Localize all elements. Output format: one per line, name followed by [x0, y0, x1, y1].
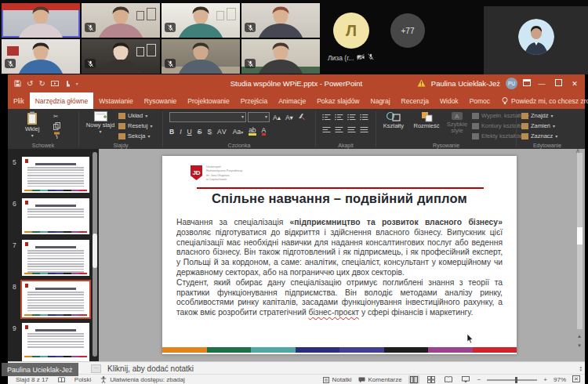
slide-thumbnail[interactable]	[22, 157, 89, 193]
new-slide-button[interactable]: Nowy slajd ▾	[85, 111, 115, 135]
ribbon-tab-plik[interactable]: Plik	[8, 92, 30, 109]
zoom-slider[interactable]	[487, 379, 537, 381]
arrange-button[interactable]: Rozmieść	[411, 111, 442, 129]
slide-thumbnail-row[interactable]: 6	[8, 198, 99, 237]
paste-dropdown-icon[interactable]: ▾	[31, 133, 34, 139]
slide-thumbnail-row[interactable]: 5	[8, 157, 99, 196]
change-case-button[interactable]: Aa▾	[233, 128, 243, 136]
char-spacing-button[interactable]: AV	[217, 128, 227, 136]
align-icon-1[interactable]	[335, 126, 343, 135]
ribbon-tab-recenzja[interactable]: Recenzja	[396, 92, 434, 109]
ribbon-display-options-icon[interactable]	[523, 79, 531, 88]
slideshow-view-button[interactable]	[460, 375, 471, 384]
highlight-color-button[interactable]: ab	[249, 127, 256, 136]
shrink-font-button[interactable]: A▾	[285, 114, 293, 121]
video-tile[interactable]	[82, 39, 160, 74]
zoom-level[interactable]: 97%	[554, 376, 566, 383]
slide-thumbnail-row[interactable]: 9	[8, 323, 99, 361]
normal-view-button[interactable]	[408, 375, 419, 384]
video-tile[interactable]	[241, 39, 320, 74]
account-name[interactable]: Paulina Ucieklak-Jeż	[431, 79, 500, 88]
comments-toggle[interactable]: Komentarze	[358, 376, 402, 383]
font-name-combo[interactable]: ▾	[169, 112, 246, 122]
grow-font-button[interactable]: A▴	[273, 114, 281, 121]
warning-icon[interactable]	[417, 79, 426, 89]
slide-thumbnail[interactable]	[22, 281, 89, 317]
notes-toggle[interactable]: Notatki	[323, 376, 352, 383]
notes-placeholder[interactable]: Kliknij, aby dodać notatki	[107, 364, 194, 373]
notes-splitter[interactable]: ⋯	[91, 364, 101, 373]
italic-button[interactable]: I	[180, 128, 181, 136]
ribbon-tab-rysowanie[interactable]: Rysowanie	[139, 92, 183, 109]
slides-option-1[interactable]: Resetuj▾	[118, 122, 152, 129]
previous-slide-button[interactable]: ▴	[575, 333, 584, 339]
minimize-button[interactable]: —	[536, 80, 547, 88]
undo-icon[interactable]: ↺	[27, 79, 33, 88]
editing-option-1[interactable]: Zamień▾	[521, 122, 557, 129]
align-icon-2[interactable]	[347, 126, 356, 135]
cut-button[interactable]: ✂	[53, 113, 58, 120]
bold-button[interactable]: B	[169, 128, 174, 136]
start-slideshow-icon[interactable]	[51, 81, 59, 87]
accessibility-status[interactable]: Ułatwienia dostępu: zbadaj	[100, 376, 185, 383]
slides-option-2[interactable]: Sekcja▾	[118, 132, 152, 139]
close-button[interactable]: ✕	[569, 80, 580, 88]
reading-view-button[interactable]	[443, 375, 454, 384]
account-avatar[interactable]: PU	[506, 78, 517, 89]
list-indent-icon-0[interactable]	[322, 114, 331, 122]
copy-button[interactable]	[53, 122, 60, 130]
language-status[interactable]: Polski	[74, 376, 91, 383]
ribbon-tab-projektowanie[interactable]: Projektowanie	[182, 92, 234, 109]
slide-thumbnail[interactable]	[22, 240, 89, 276]
zoom-out-button[interactable]: −	[477, 376, 481, 383]
list-indent-icon-3[interactable]	[360, 114, 368, 122]
slide-thumbnail-row[interactable]: 7	[8, 240, 99, 279]
editor-scrollbar-thumb[interactable]	[577, 227, 583, 245]
shapes-button[interactable]: Kształty	[379, 111, 408, 129]
ribbon-tab-przejścia[interactable]: Przejścia	[235, 92, 273, 109]
list-indent-icon-2[interactable]	[347, 114, 356, 122]
align-icon-0[interactable]	[322, 126, 331, 135]
panel-scrollbar-thumb[interactable]	[93, 234, 97, 268]
spellcheck-status[interactable]	[58, 377, 65, 383]
video-tile[interactable]	[162, 3, 240, 38]
strikethrough-button[interactable]: S	[198, 128, 202, 136]
slides-option-0[interactable]: Układ▾	[118, 112, 152, 119]
video-tile[interactable]	[2, 3, 80, 38]
quick-styles-button[interactable]: A Szybkie style	[444, 111, 470, 135]
tell-me-box[interactable]: Powiedz mi, co chcesz zrobić	[495, 92, 588, 109]
slide-canvas[interactable]: JD UniwersytetHumanistyczno-Przyrodniczy…	[162, 156, 517, 354]
save-icon[interactable]	[14, 80, 21, 87]
maximize-button[interactable]	[553, 79, 564, 88]
clear-format-button[interactable]	[298, 113, 305, 121]
editing-option-0[interactable]: Znajdź▾	[521, 112, 557, 119]
video-tile[interactable]	[241, 3, 320, 38]
text-shadow-button[interactable]: S	[207, 128, 212, 136]
format-painter-button[interactable]	[53, 132, 60, 139]
ribbon-tab-widok[interactable]: Widok	[434, 92, 464, 109]
qat-dropdown-icon[interactable]: ▾	[76, 81, 78, 86]
redo-icon[interactable]: ↻	[38, 79, 45, 88]
ribbon-tab-pokaz-slajdów[interactable]: Pokaz slajdów	[311, 92, 365, 109]
next-slide-button[interactable]: ▾	[575, 342, 584, 348]
ribbon-tab-narzędzia-główne[interactable]: Narzędzia główne	[30, 92, 94, 109]
video-tile[interactable]	[2, 39, 80, 74]
slide-sorter-view-button[interactable]	[426, 375, 437, 384]
paste-button[interactable]: Wklej ▾	[25, 111, 39, 139]
more-participants-badge[interactable]: +77	[390, 13, 425, 48]
fit-to-window-button[interactable]	[572, 375, 580, 384]
font-color-button[interactable]: A	[262, 127, 267, 136]
video-tile-pinned[interactable]	[484, 6, 588, 74]
video-tile[interactable]	[82, 3, 160, 38]
slide-thumbnail-row[interactable]: 8	[8, 281, 99, 321]
zoom-slider-thumb[interactable]	[515, 377, 517, 383]
font-size-combo[interactable]: ▾	[248, 112, 270, 122]
participant-avatar[interactable]: Л	[333, 13, 369, 49]
ribbon-tab-animacje[interactable]: Animacje	[273, 92, 311, 109]
slide-thumbnail[interactable]	[22, 323, 89, 359]
video-tile[interactable]	[162, 39, 240, 74]
ribbon-tab-wstawianie[interactable]: Wstawianie	[93, 92, 138, 109]
slide-indicator[interactable]: Slajd 8 z 17	[16, 376, 49, 383]
ribbon-tab-pomoc[interactable]: Pomoc	[464, 92, 495, 109]
touch-mode-icon[interactable]	[64, 80, 71, 87]
